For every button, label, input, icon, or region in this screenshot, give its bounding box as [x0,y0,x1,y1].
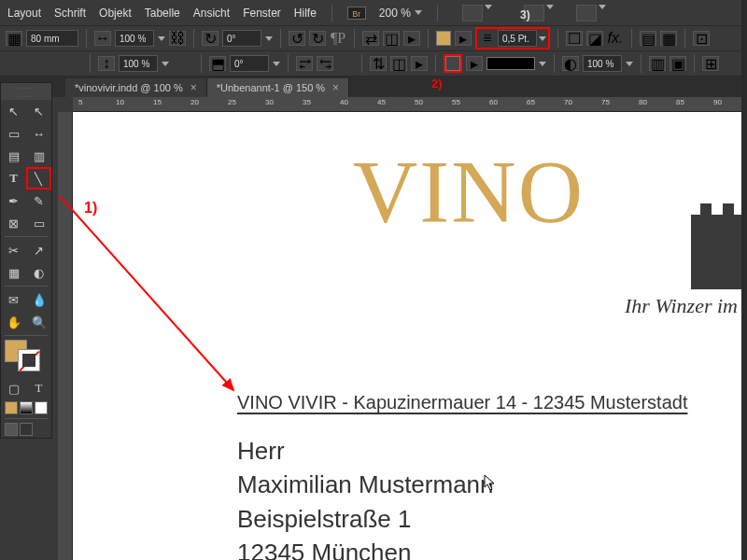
normal-view-icon[interactable] [5,423,18,436]
chevron-down-icon[interactable] [539,36,546,41]
selection-tool[interactable]: ↖ [1,100,26,122]
text-wrap-none-icon[interactable]: ▤ [640,31,656,46]
rotation-input[interactable] [222,30,261,47]
fit-frame-icon[interactable]: ⊡ [693,31,710,46]
stroke-swatch-highlighted[interactable] [444,54,462,73]
flip-v-icon[interactable]: ⥃ [317,56,333,71]
paragraph-style-icon[interactable]: ¶P [330,30,346,47]
chevron-down-icon[interactable] [273,62,280,66]
chevron-down-icon[interactable] [539,62,546,66]
eyedropper-tool[interactable]: 💧 [26,288,51,311]
chevron-down-icon[interactable] [158,36,165,41]
formatting-container-icon[interactable]: ▢ [1,377,26,399]
page-tool[interactable]: ▭ [1,122,26,145]
play-icon[interactable]: ▸ [455,31,472,46]
shear-input[interactable] [230,55,269,72]
select-container-icon[interactable]: ◫ [383,31,400,46]
stroke-color-swatch[interactable] [18,349,40,371]
bridge-icon[interactable]: Br [347,7,366,20]
menu-objekt[interactable]: Objekt [99,7,132,20]
fill-swatch[interactable] [436,31,451,46]
text-wrap-jump-icon[interactable]: ▥ [649,56,666,71]
fx-icon[interactable]: fx. [607,31,624,46]
address-street: Beispielstraße 1 [237,502,494,536]
zoom-level-dropdown[interactable]: 200 % [379,7,422,20]
pen-tool[interactable]: ✒ [1,189,26,212]
zoom-tool[interactable]: 🔍 [26,311,51,333]
fill-stroke-proxy[interactable] [5,340,49,373]
rotate-cw-icon[interactable]: ↻ [309,31,326,46]
shear-icon: ⬒ [209,56,226,71]
free-transform-tool[interactable]: ↗ [26,239,51,261]
close-icon[interactable]: × [190,81,197,94]
chevron-down-icon[interactable] [626,62,633,66]
type-tool[interactable]: T [1,167,26,189]
scissors-tool[interactable]: ✂ [1,239,26,261]
gap-tool[interactable]: ↔ [26,122,51,145]
view-mode-button[interactable] [462,5,483,21]
menu-schrift[interactable]: Schrift [54,7,86,20]
preview-view-icon[interactable] [20,423,33,436]
panel-collapse-handle[interactable] [1,92,51,100]
scale-x-input[interactable] [115,30,154,47]
line-tool-highlighted[interactable]: ╲ [26,167,51,189]
menu-tabelle[interactable]: Tabelle [145,7,180,20]
document-tab-active[interactable]: *Unbenannt-1 @ 150 % × [207,78,349,97]
text-wrap-shape-icon[interactable]: ▣ [669,56,686,71]
content-collector-tool[interactable]: ▤ [1,145,26,167]
reference-point-icon[interactable]: ▦ [6,31,22,46]
formatting-text-icon[interactable]: T [26,377,51,399]
view-mode-row [1,421,51,438]
menu-ansicht[interactable]: Ansicht [193,7,230,20]
x-position-input[interactable] [26,30,78,47]
effects-icon[interactable]: ☐ [566,31,583,46]
gradient-swatch-tool[interactable]: ▦ [1,261,26,284]
scale-y-input[interactable] [119,55,158,72]
play-icon[interactable]: ▸ [411,56,428,71]
menu-hilfe[interactable]: Hilfe [294,7,317,20]
fit-content-icon[interactable]: ⊞ [702,56,719,71]
note-tool[interactable]: ✉ [1,288,26,311]
menu-layout[interactable]: Layout [7,7,41,20]
document-tab[interactable]: *vinovivir.indd @ 100 % × [65,78,207,97]
select-content-icon[interactable]: ⇅ [370,56,387,71]
apply-none-swatch[interactable] [35,401,48,414]
opacity-input[interactable] [583,55,622,72]
ruler-mark: 90 [713,98,722,106]
direct-selection-tool[interactable]: ↖ [26,100,51,122]
stroke-weight-input[interactable] [498,30,537,47]
rotate-ccw-icon[interactable]: ↺ [289,31,305,46]
flip-h-icon[interactable]: ⇄ [362,31,379,46]
menu-fenster[interactable]: Fenster [243,7,281,20]
drop-shadow-icon[interactable]: ◪ [586,31,603,46]
constrain-icon[interactable]: ⛓ [169,31,186,46]
close-icon[interactable]: × [332,81,339,94]
ruler-mark: 35 [303,98,311,106]
vertical-ruler[interactable] [58,112,73,560]
chevron-down-icon[interactable] [162,62,169,66]
gradient-feather-tool[interactable]: ◐ [26,261,51,284]
play-icon[interactable]: ▸ [403,31,420,46]
rectangle-frame-tool[interactable]: ⊠ [1,212,26,234]
tab-label: *vinovivir.indd @ 100 % [75,82,183,93]
pencil-tool[interactable]: ✎ [26,189,51,212]
text-wrap-around-icon[interactable]: ▦ [660,31,677,46]
stroke-style-preview[interactable] [486,57,535,70]
content-placer-tool[interactable]: ▥ [26,145,51,167]
apply-color-swatch[interactable] [5,401,18,414]
document-canvas[interactable]: VINO Ihr Winzer im VINO VIVIR - Kapuzine… [73,112,747,560]
separator [5,335,48,336]
panel-drag-handle[interactable] [1,83,51,92]
rectangle-tool[interactable]: ▭ [26,212,51,234]
main-menu-bar: Layout Schrift Objekt Tabelle Ansicht Fe… [0,0,747,26]
hand-tool[interactable]: ✋ [1,311,26,333]
workspace-button[interactable] [576,5,597,21]
select-prev-icon[interactable]: ◫ [390,56,407,71]
chevron-down-icon[interactable] [265,36,273,41]
play-icon[interactable]: ▸ [466,56,483,71]
apply-gradient-swatch[interactable] [20,401,33,414]
separator [428,29,429,48]
horizontal-ruler[interactable]: 51015202530354045505560657075808590 [73,97,747,112]
separator [288,54,289,73]
flip-h-icon[interactable]: ⥂ [296,56,313,71]
